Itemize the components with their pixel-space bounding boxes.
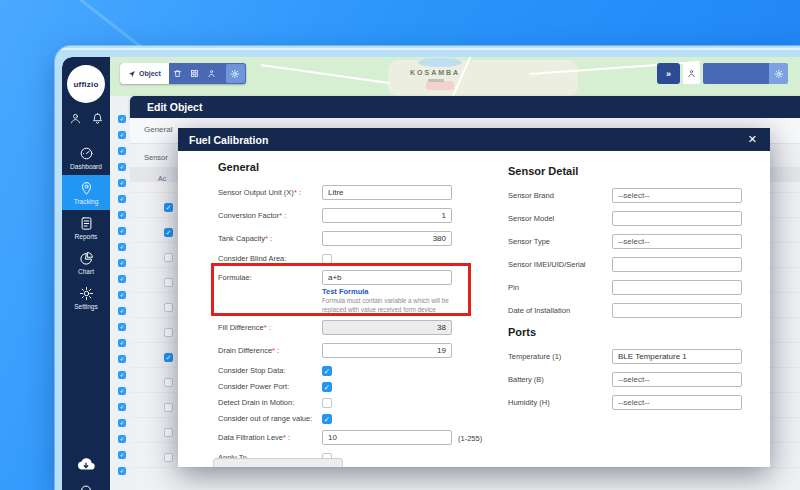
input-sensor-imei-uid-serial[interactable] (612, 257, 742, 272)
checkbox-consider-stop-data[interactable]: ✓ (322, 366, 332, 376)
background-row-checkbox[interactable] (164, 278, 173, 287)
side-column-checkbox[interactable]: ✓ (118, 387, 126, 395)
partial-bottom-panel (213, 458, 343, 467)
background-row-checkbox[interactable] (164, 403, 173, 412)
close-icon[interactable]: ✕ (748, 133, 757, 146)
form-row: Data Filtration Leve* :10(1-255) (218, 430, 498, 445)
side-column-checkbox[interactable]: ✓ (118, 179, 126, 187)
checkbox-consider-blind-area[interactable] (322, 254, 332, 264)
support-headset-icon[interactable] (78, 482, 94, 490)
side-column-checkbox[interactable]: ✓ (118, 355, 126, 363)
test-formula-link[interactable]: Test Formula (322, 287, 369, 296)
map-urban-zone (388, 60, 578, 96)
background-row-checkbox[interactable] (164, 378, 173, 387)
ports-heading: Ports (508, 326, 753, 338)
tab-general[interactable]: General (144, 125, 172, 134)
field-label-fill-difference: Fill Difference* : (218, 323, 271, 332)
formula-help-text: Formula must contain variable a which wi… (322, 297, 472, 314)
side-column-checkbox[interactable]: ✓ (118, 275, 126, 283)
input-conversion-factor[interactable]: 1 (322, 208, 452, 223)
sidebar-item-label: Chart (78, 268, 94, 275)
side-column-checkbox[interactable]: ✓ (118, 243, 126, 251)
object-tab[interactable]: Object (120, 63, 169, 84)
general-heading: General (218, 161, 498, 173)
sidebar-item-settings[interactable]: Settings (62, 280, 110, 315)
side-column-checkbox[interactable]: ✓ (118, 211, 126, 219)
table-column-label: Ac (158, 175, 166, 182)
side-column-checkbox[interactable]: ✓ (118, 163, 126, 171)
sidebar-item-tracking[interactable]: Tracking (62, 175, 110, 210)
checkbox-detect-drain-in-motion[interactable] (322, 398, 332, 408)
input-temperature-1[interactable]: BLE Temperature 1 (612, 349, 742, 364)
notifications-bell-icon[interactable] (91, 112, 104, 125)
input-sensor-model[interactable] (612, 211, 742, 226)
side-column-checkbox[interactable]: ✓ (118, 195, 126, 203)
background-row-checkbox[interactable] (164, 303, 173, 312)
modal-body: General Sensor Output Unit (X)* :LitreCo… (178, 151, 770, 467)
side-column-checkbox[interactable]: ✓ (118, 419, 126, 427)
side-column-checkbox[interactable]: ✓ (118, 115, 126, 123)
input-humidity-h[interactable]: --select-- (612, 395, 742, 410)
share-user-icon[interactable] (203, 69, 220, 78)
side-column-checkbox[interactable]: ✓ (118, 259, 126, 267)
checkbox-consider-out-of-range-value[interactable]: ✓ (322, 414, 332, 424)
form-row: Sensor Output Unit (X)* :Litre (218, 185, 498, 200)
background-row-checkbox[interactable] (164, 453, 173, 462)
tracking-pin-icon (79, 181, 94, 196)
form-row: Formulae:a+bTest FormulaFormula must con… (218, 270, 498, 314)
side-checkbox-column: ✓✓✓✓✓✓✓✓✓✓✓✓✓✓✓✓✓✓✓✓✓✓✓ (118, 115, 126, 490)
modal-header: Fuel Calibration ✕ (178, 128, 770, 151)
side-column-checkbox[interactable]: ✓ (118, 467, 126, 475)
input-date-of-installation[interactable] (612, 303, 742, 318)
side-column-checkbox[interactable]: ✓ (118, 371, 126, 379)
input-drain-difference[interactable]: 19 (322, 343, 452, 358)
field-label-humidity-h: Humidity (H) (508, 398, 550, 407)
user-icon[interactable] (69, 112, 82, 125)
collapse-panel-icon[interactable]: » (657, 63, 680, 84)
side-column-checkbox[interactable]: ✓ (118, 147, 126, 155)
side-column-checkbox[interactable]: ✓ (118, 291, 126, 299)
general-section: General Sensor Output Unit (X)* :LitreCo… (218, 161, 498, 469)
form-row: Consider Blind Area: (218, 254, 498, 263)
side-column-checkbox[interactable]: ✓ (118, 451, 126, 459)
field-label-conversion-factor: Conversion Factor* : (218, 211, 286, 220)
side-column-checkbox[interactable]: ✓ (118, 307, 126, 315)
background-row-checkbox[interactable]: ✓ (164, 203, 173, 212)
sidebar-item-label: Tracking (74, 198, 99, 205)
sidebar-item-reports[interactable]: Reports (62, 210, 110, 245)
driver-icon[interactable] (683, 63, 700, 84)
side-column-checkbox[interactable]: ✓ (118, 435, 126, 443)
side-column-checkbox[interactable]: ✓ (118, 131, 126, 139)
input-sensor-output-unit-x[interactable]: Litre (322, 185, 452, 200)
side-column-checkbox[interactable]: ✓ (118, 339, 126, 347)
side-column-checkbox[interactable]: ✓ (118, 323, 126, 331)
input-pin[interactable] (612, 280, 742, 295)
trash-icon[interactable] (169, 69, 186, 78)
map-area[interactable]: KOSAMBA Object (110, 57, 800, 96)
object-toolbar-gear-icon[interactable] (226, 64, 245, 83)
input-battery-b[interactable]: --select-- (612, 372, 742, 387)
side-column-checkbox[interactable]: ✓ (118, 403, 126, 411)
input-fill-difference[interactable]: 38 (322, 320, 452, 335)
side-column-checkbox[interactable]: ✓ (118, 227, 126, 235)
field-label-sensor-model: Sensor Model (508, 214, 554, 223)
background-row-checkbox[interactable] (164, 253, 173, 262)
input-sensor-brand[interactable]: --select-- (612, 188, 742, 203)
sidebar-item-chart[interactable]: Chart (62, 245, 110, 280)
input-formulae[interactable]: a+b (322, 270, 452, 285)
input-sensor-type[interactable]: --select-- (612, 234, 742, 249)
input-tank-capacity[interactable]: 380 (322, 231, 452, 246)
input-data-filtration-leve[interactable]: 10 (322, 430, 452, 445)
map-settings-gear-icon[interactable] (769, 63, 788, 84)
checkbox-consider-power-port[interactable]: ✓ (322, 382, 332, 392)
background-row-checkbox[interactable] (164, 328, 173, 337)
grid-icon[interactable] (186, 69, 203, 78)
form-row: Tank Capacity* :380 (218, 231, 498, 246)
background-row-checkbox[interactable]: ✓ (164, 353, 173, 362)
sidebar-item-dashboard[interactable]: Dashboard (62, 140, 110, 175)
cloud-download-icon[interactable] (76, 456, 96, 472)
background-row-checkbox[interactable]: ✓ (164, 228, 173, 237)
background-row-checkbox[interactable] (164, 428, 173, 437)
search-bar[interactable] (703, 63, 769, 84)
brand-logo: uffizio (67, 65, 105, 103)
